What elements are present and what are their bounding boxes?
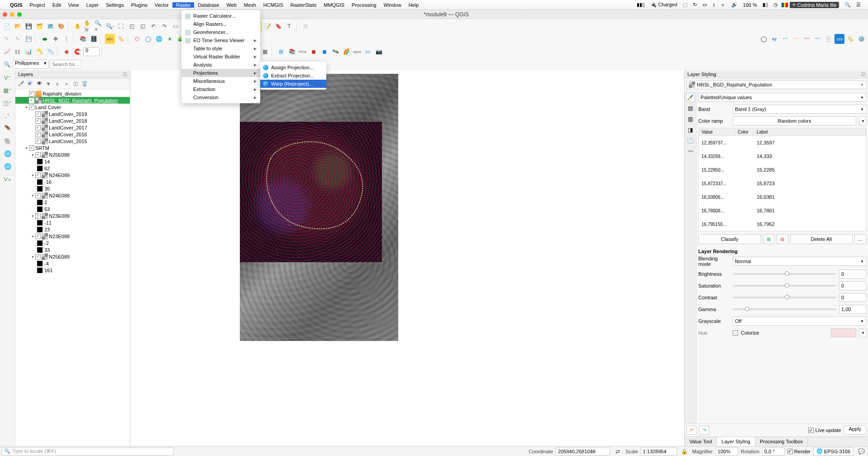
layer-row[interactable]: LandCover_2018 [15, 117, 130, 124]
chart3-icon[interactable]: 📉 [45, 47, 55, 57]
curve-tool-red[interactable]: 〰 [802, 34, 812, 44]
user-account[interactable]: Codrina Maria Ilie [790, 2, 839, 8]
menu-rasterstats[interactable]: RasterStats [287, 2, 320, 8]
layer-visibility-checkbox[interactable] [35, 152, 41, 158]
layer-visibility-checkbox[interactable] [35, 125, 41, 130]
th-value[interactable]: Value [699, 129, 735, 135]
blue-grid-icon[interactable]: ⊞ [276, 47, 286, 57]
layer-visibility-checkbox[interactable] [35, 132, 41, 137]
new-print-layout-button[interactable]: 🗺️ [45, 21, 55, 31]
crs-search-select[interactable]: Philippines▾ [13, 60, 49, 69]
rendering-tab-icon[interactable]: ◨ [686, 125, 695, 134]
redo-style-button[interactable]: ↷ [699, 426, 709, 435]
render-type-select[interactable]: Paletted/Unique values▼ [698, 93, 866, 102]
polygon-tool-button[interactable]: ⬠ [132, 34, 142, 44]
class-row[interactable]: 16,03806...16,0381 [699, 190, 866, 204]
pan-map-button[interactable]: ✋ [72, 21, 82, 31]
class-row[interactable]: 15,22850...15,2285 [699, 163, 866, 177]
menu-edit[interactable]: Edit [49, 2, 65, 8]
curve-tool-gold[interactable]: 〰 [791, 34, 801, 44]
raster-menu-item[interactable]: Conversion [181, 93, 260, 101]
projections-submenu-item[interactable]: Assign Projection... [260, 63, 326, 72]
volume-icon[interactable]: 🔊 [730, 2, 739, 8]
zoom-full-button[interactable]: ⛶ [116, 21, 126, 31]
layer-visibility-checkbox[interactable] [29, 91, 34, 96]
coordinate-field[interactable]: 205840,2681048 [556, 447, 610, 456]
layer-row[interactable]: ▾N25E088 [15, 151, 130, 158]
layer-visibility-checkbox[interactable] [29, 105, 34, 110]
blue-cube-icon[interactable]: ◼ [320, 47, 329, 57]
bluetooth-icon[interactable]: ᚼ [711, 2, 717, 8]
wifi-icon[interactable]: ᯤ [719, 2, 728, 8]
move-feature-button[interactable]: ✥ [51, 34, 61, 44]
menu-hcmgis[interactable]: HCMGIS [260, 2, 287, 8]
colorize-menu-button[interactable]: ▼ [859, 328, 866, 337]
layer-visibility-checkbox[interactable] [29, 98, 34, 103]
abc-label-button[interactable]: abc [105, 34, 115, 44]
layer-row[interactable]: LandCover_2017 [15, 124, 130, 131]
add-mesh-button[interactable]: ◫⁺ [2, 97, 13, 108]
remove-button[interactable]: 🗑️ [81, 80, 89, 88]
ramp-menu-button[interactable]: ▼ [859, 116, 866, 125]
spotlight-icon[interactable]: 🔍 [843, 2, 853, 8]
menu-settings[interactable]: Settings [102, 2, 128, 8]
gamma-value[interactable]: 1,00 [839, 305, 866, 314]
add-raster-button[interactable]: ▦⁺ [2, 85, 13, 96]
raster-menu-item[interactable]: Projections [181, 69, 260, 77]
red-cube-icon[interactable]: ◼ [309, 47, 319, 57]
menu-database[interactable]: Database [194, 2, 223, 8]
menu-mmqgis[interactable]: MMQGIS [320, 2, 348, 8]
eye-filter-button[interactable]: 👁️ [35, 80, 43, 88]
search-input[interactable] [50, 60, 81, 69]
layer-visibility-checkbox[interactable] [35, 139, 41, 144]
curve-tool-blue[interactable]: 〰 [813, 34, 823, 44]
dock-tab[interactable]: Processing Toolbox [755, 437, 808, 446]
menu-plugins[interactable]: Plugins [128, 2, 151, 8]
layer-row[interactable]: ▾N24E089 [15, 172, 130, 178]
chart-icon[interactable]: 📊 [24, 47, 33, 57]
chart2-icon[interactable]: 〽️ [34, 47, 44, 57]
layer-stack-icon[interactable]: 📚 [287, 47, 297, 57]
circle-icon[interactable]: ◯ [758, 34, 768, 44]
clock-icon[interactable]: ◷ [772, 2, 780, 8]
layer-row[interactable]: ▾SRTM [15, 144, 130, 151]
sync-icon[interactable]: ↻ [691, 2, 699, 8]
vertex-tool-button[interactable]: ⋮ [62, 34, 72, 44]
layer-row[interactable]: LandCover_2016 [15, 131, 130, 138]
text-annotation-button[interactable]: T [284, 21, 294, 31]
annotation-button[interactable]: 📝 [262, 21, 272, 31]
contrast-value[interactable]: 0 [839, 293, 866, 302]
raster-menu-item[interactable]: Raster Calculator... [181, 12, 260, 20]
search-button[interactable]: 🔍 [2, 59, 12, 69]
zoom-in-button[interactable]: 🔍+ [94, 21, 104, 31]
layer-row[interactable]: LandCover_2019 [15, 110, 130, 117]
class-row[interactable]: 14,33299...14,333 [699, 149, 866, 163]
new-map-view-button[interactable]: ▭ [170, 21, 180, 31]
layer-visibility-checkbox[interactable] [35, 193, 41, 198]
zoom-selection-button[interactable]: ◰ [127, 21, 137, 31]
app-name[interactable]: QGIS [6, 2, 26, 8]
style-manager-button[interactable]: 🎨 [56, 21, 66, 31]
messages-icon[interactable]: 💬 [856, 446, 866, 456]
raster-menu-item[interactable]: Miscellaneous [181, 77, 260, 85]
pan-to-selection-button[interactable]: ✋⇲ [83, 21, 93, 31]
transparency-tab-icon[interactable]: ▤ [686, 104, 695, 113]
save-edits-button[interactable]: 💾 [24, 34, 33, 44]
saturation-value[interactable]: 0 [839, 281, 866, 290]
add-wfs-button[interactable]: 🌐 [2, 161, 13, 172]
new-project-button[interactable]: 📄 [2, 21, 12, 31]
curve-tool-green[interactable]: 〰 [780, 34, 790, 44]
layer-visibility-checkbox[interactable] [35, 234, 41, 239]
layer-visibility-checkbox[interactable] [35, 111, 41, 117]
menu-help[interactable]: Help [405, 2, 423, 8]
layer-row[interactable]: ▾N24E088 [15, 192, 130, 199]
expand-button[interactable]: » [62, 80, 71, 88]
other-tab-icon[interactable]: 〰 [686, 147, 695, 156]
grid-4-icon[interactable]: ▦ [260, 47, 270, 57]
gear2-icon[interactable]: ⚙️ [856, 34, 866, 44]
layers-panel-float-icon[interactable]: ◱ [123, 72, 127, 77]
raster-menu-item[interactable]: EO Time Series Viewer [181, 36, 260, 44]
menu-extras-icon[interactable]: ☰ [854, 2, 863, 8]
camera-icon[interactable]: 📷 [374, 47, 384, 57]
plugin-green-button[interactable]: ★ [165, 34, 175, 44]
